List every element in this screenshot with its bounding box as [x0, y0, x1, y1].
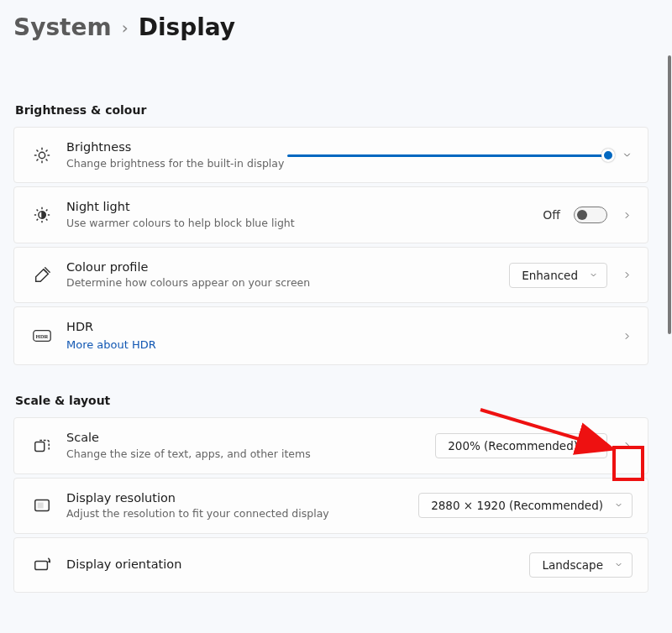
- chevron-right-icon: ›: [122, 18, 129, 38]
- scale-row[interactable]: Scale Change the size of text, apps, and…: [13, 417, 648, 473]
- scale-dropdown[interactable]: 200% (Recommended): [435, 433, 607, 458]
- breadcrumb: System › Display: [13, 13, 648, 41]
- night-light-toggle[interactable]: [574, 207, 607, 223]
- colour-profile-value: Enhanced: [522, 269, 578, 282]
- chevron-down-icon: [589, 439, 598, 453]
- scale-expand-chevron[interactable]: [621, 440, 633, 452]
- orientation-dropdown[interactable]: Landscape: [529, 552, 633, 578]
- eyedropper-icon: [29, 266, 55, 285]
- chevron-right-icon[interactable]: [621, 330, 633, 342]
- night-light-desc: Use warmer colours to help block blue li…: [66, 217, 295, 231]
- resolution-title: Display resolution: [66, 490, 329, 507]
- chevron-down-icon[interactable]: [621, 149, 633, 161]
- brightness-slider[interactable]: [287, 149, 614, 162]
- colour-profile-desc: Determine how colours appear on your scr…: [66, 276, 310, 290]
- svg-line-17: [46, 210, 48, 212]
- resolution-dropdown[interactable]: 2880 × 1920 (Recommended): [418, 493, 633, 518]
- breadcrumb-parent[interactable]: System: [13, 13, 112, 41]
- brightness-title: Brightness: [66, 139, 284, 156]
- page-title: Display: [139, 13, 235, 41]
- resolution-desc: Adjust the resolution to fit your connec…: [66, 507, 329, 521]
- night-light-state: Off: [543, 208, 560, 222]
- hdr-link[interactable]: More about HDR: [66, 337, 251, 353]
- night-light-title: Night light: [66, 199, 295, 216]
- colour-profile-title: Colour profile: [66, 259, 310, 276]
- scale-desc: Change the size of text, apps, and other…: [66, 447, 311, 462]
- svg-line-14: [37, 210, 39, 212]
- svg-rect-23: [35, 561, 48, 569]
- scale-title: Scale: [66, 430, 311, 447]
- brightness-icon: [29, 146, 55, 165]
- svg-line-5: [36, 149, 38, 151]
- svg-line-7: [36, 159, 38, 160]
- orientation-row[interactable]: Display orientation Landscape: [13, 537, 648, 593]
- resolution-icon: [29, 496, 55, 515]
- chevron-right-icon[interactable]: [621, 209, 633, 221]
- chevron-right-icon[interactable]: [621, 269, 633, 281]
- scale-value: 200% (Recommended): [448, 439, 578, 453]
- hdr-row[interactable]: HDR HDR More about HDR: [13, 306, 648, 365]
- scrollbar[interactable]: [668, 55, 671, 334]
- night-light-icon: [29, 206, 55, 224]
- resolution-row[interactable]: Display resolution Adjust the resolution…: [13, 478, 648, 534]
- svg-rect-22: [38, 503, 43, 508]
- svg-line-15: [46, 219, 48, 221]
- colour-profile-row[interactable]: Colour profile Determine how colours app…: [13, 247, 648, 303]
- svg-rect-20: [35, 442, 45, 451]
- chevron-down-icon: [614, 558, 623, 572]
- night-light-row[interactable]: Night light Use warmer colours to help b…: [13, 186, 648, 243]
- section-heading-brightness: Brightness & colour: [15, 103, 648, 117]
- scale-icon: [29, 437, 55, 455]
- chevron-down-icon: [614, 499, 623, 512]
- svg-line-8: [46, 149, 48, 151]
- hdr-icon: HDR: [29, 327, 55, 345]
- svg-text:HDR: HDR: [36, 333, 49, 339]
- chevron-down-icon: [589, 269, 598, 282]
- orientation-value: Landscape: [542, 558, 603, 572]
- hdr-title: HDR: [66, 319, 251, 336]
- svg-line-6: [46, 159, 48, 160]
- orientation-title: Display orientation: [66, 557, 251, 573]
- svg-line-16: [37, 219, 39, 221]
- svg-point-0: [39, 152, 45, 158]
- resolution-value: 2880 × 1920 (Recommended): [431, 499, 603, 512]
- brightness-row[interactable]: Brightness Change brightness for the bui…: [13, 127, 648, 183]
- colour-profile-dropdown[interactable]: Enhanced: [509, 263, 607, 288]
- section-heading-scale: Scale & layout: [15, 394, 648, 407]
- orientation-icon: [29, 556, 55, 574]
- brightness-desc: Change brightness for the built-in displ…: [66, 157, 284, 171]
